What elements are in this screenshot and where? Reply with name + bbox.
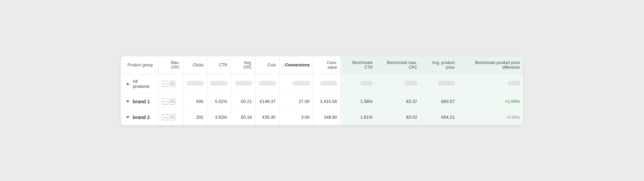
cell-ctr-brand1: 5.02% bbox=[207, 94, 231, 109]
cell-conv-value-brand1: 2,415.56 bbox=[313, 94, 340, 109]
table-header-row: Product group Max. CPC Clicks CTR Avg. C… bbox=[121, 56, 523, 74]
expand-icon[interactable] bbox=[126, 116, 129, 118]
minus-check-group: − ☑ bbox=[162, 99, 180, 105]
blurred-value bbox=[293, 81, 310, 85]
cell-conversions-all bbox=[279, 74, 313, 94]
col-conversions[interactable]: ↓Conversions bbox=[279, 56, 313, 74]
cell-product-group: brand 2 bbox=[121, 109, 158, 125]
cell-avg-product-price-brand2: €64.21 bbox=[421, 109, 458, 125]
cell-avg-cpc-brand2: €0.18 bbox=[231, 109, 255, 125]
cell-conversions-brand2: 3.00 bbox=[279, 109, 313, 125]
cell-benchmark-price-diff-brand1: +1.06% bbox=[458, 94, 523, 109]
blurred-value bbox=[187, 81, 204, 85]
cell-benchmark-max-cpc-brand2: €0.52 bbox=[376, 109, 421, 125]
minus-check-group: − ☑ bbox=[162, 81, 180, 87]
data-table: Product group Max. CPC Clicks CTR Avg. C… bbox=[121, 56, 523, 125]
minus-icon[interactable]: − bbox=[162, 114, 168, 120]
checkbox-icon[interactable]: ☑ bbox=[169, 99, 175, 105]
cell-benchmark-ctr-brand1: 1.58% bbox=[340, 94, 376, 109]
cell-max-cpc-all: − ☑ bbox=[158, 74, 183, 94]
row-label-all-products: All products bbox=[126, 79, 155, 89]
blurred-value bbox=[320, 81, 337, 85]
cell-clicks-brand1: 695 bbox=[183, 94, 207, 109]
col-avg-cpc: Avg. CPC bbox=[231, 56, 255, 74]
col-benchmark-max-cpc: Benchmark max. CPC bbox=[376, 56, 421, 74]
cell-benchmark-max-cpc-brand1: €0.37 bbox=[376, 94, 421, 109]
cell-benchmark-ctr-all bbox=[340, 74, 376, 94]
minus-icon[interactable]: − bbox=[162, 81, 168, 87]
cell-cost-brand2: €35.45 bbox=[255, 109, 279, 125]
row-label-brand1: brand 1 bbox=[126, 99, 155, 104]
blurred-value bbox=[405, 81, 417, 85]
blurred-value bbox=[211, 81, 227, 85]
cell-conv-value-brand2: 348.80 bbox=[313, 109, 340, 125]
blurred-value bbox=[361, 81, 373, 85]
cell-benchmark-price-diff-brand2: -0.38% bbox=[458, 109, 523, 125]
table-row: All products − ☑ bbox=[121, 74, 523, 94]
table-row: brand 1 − ☑ 695 5.02% €0.21 €148.37 27.0… bbox=[121, 94, 523, 109]
table-row: brand 2 − ☑ 202 3.83% €0.18 €35.45 3.00 … bbox=[121, 109, 523, 125]
cell-product-group: brand 1 bbox=[121, 94, 158, 109]
cell-clicks-brand2: 202 bbox=[183, 109, 207, 125]
cell-conv-value-all bbox=[313, 74, 340, 94]
col-cost: Cost bbox=[255, 56, 279, 74]
checkbox-icon[interactable]: ☑ bbox=[169, 81, 175, 87]
cell-max-cpc-brand2: − ☑ bbox=[158, 109, 183, 125]
col-benchmark-ctr: Benchmark CTR bbox=[340, 56, 376, 74]
minus-icon[interactable]: − bbox=[162, 99, 168, 105]
cell-cost-brand1: €148.37 bbox=[255, 94, 279, 109]
col-ctr: CTR bbox=[207, 56, 231, 74]
cell-avg-product-price-brand1: €83.57 bbox=[421, 94, 458, 109]
sort-down-icon: ↓ bbox=[283, 63, 285, 67]
expand-icon[interactable] bbox=[126, 101, 129, 103]
cell-cost-all bbox=[255, 74, 279, 94]
cell-avg-cpc-brand1: €0.21 bbox=[231, 94, 255, 109]
cell-benchmark-max-cpc-all bbox=[376, 74, 421, 94]
cell-clicks-all bbox=[183, 74, 207, 94]
cell-benchmark-ctr-brand2: 1.61% bbox=[340, 109, 376, 125]
col-conv-value: Conv. value bbox=[313, 56, 340, 74]
blurred-value bbox=[508, 81, 520, 85]
cell-avg-product-price-all bbox=[421, 74, 458, 94]
col-clicks: Clicks bbox=[183, 56, 207, 74]
col-benchmark-price-diff: Benchmark product price difference bbox=[458, 56, 523, 74]
cell-conversions-brand1: 27.00 bbox=[279, 94, 313, 109]
cell-product-group: All products bbox=[121, 74, 158, 94]
expand-icon[interactable] bbox=[126, 83, 129, 85]
row-label-brand2: brand 2 bbox=[126, 115, 155, 120]
cell-benchmark-price-diff-all bbox=[458, 74, 523, 94]
minus-check-group: − ☑ bbox=[162, 114, 180, 120]
cell-max-cpc-brand1: − ☑ bbox=[158, 94, 183, 109]
col-avg-product-price: Avg. product price bbox=[421, 56, 458, 74]
cell-ctr-brand2: 3.83% bbox=[207, 109, 231, 125]
col-max-cpc: Max. CPC bbox=[158, 56, 183, 74]
cell-avg-cpc-all bbox=[231, 74, 255, 94]
blurred-value bbox=[235, 81, 252, 85]
blurred-value bbox=[438, 81, 455, 85]
cell-ctr-all bbox=[207, 74, 231, 94]
blurred-value bbox=[259, 81, 276, 85]
col-product-group: Product group bbox=[121, 56, 158, 74]
checkbox-icon[interactable]: ☑ bbox=[169, 114, 175, 120]
